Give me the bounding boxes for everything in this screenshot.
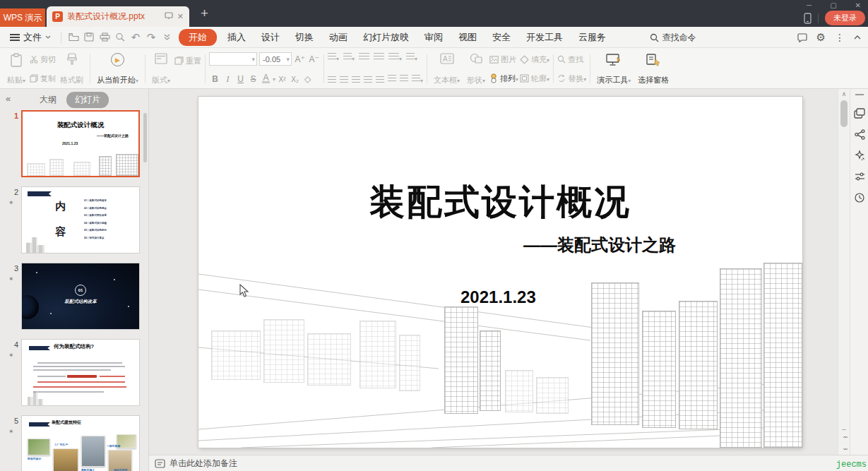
columns-button[interactable] [388, 75, 396, 85]
reset-button[interactable]: 重置 [174, 54, 201, 68]
document-tab[interactable]: P 装配式设计概况.pptx ✕ [47, 6, 189, 27]
textbox-button[interactable]: A 文本框▾ [431, 51, 463, 87]
numbering-button[interactable]: ▾ [343, 53, 355, 63]
current-slide[interactable]: 装配式设计概况 ——装配式设计之路 2021.1.23 [198, 97, 802, 448]
outline-tab[interactable]: 大纲 [40, 94, 57, 106]
nav-dash-icon[interactable]: ┄ [843, 428, 846, 432]
history-icon[interactable] [850, 187, 868, 208]
more-commands-icon[interactable] [159, 30, 174, 44]
decrease-indent-button[interactable] [359, 53, 369, 63]
underline-button[interactable]: U [234, 73, 246, 85]
slides-tab[interactable]: 幻灯片 [66, 92, 109, 108]
share-icon[interactable] [850, 124, 868, 145]
paragraph-settings-button[interactable]: ▾ [412, 75, 423, 85]
file-menu-button[interactable]: 文件 [0, 31, 57, 44]
beautify-star-icon[interactable] [850, 145, 868, 166]
clear-format-button[interactable]: ◇ [302, 73, 314, 85]
bold-button[interactable]: B [209, 73, 221, 85]
present-mode-icon[interactable] [165, 12, 173, 21]
align-left-button[interactable] [328, 76, 336, 84]
arrange-button[interactable]: 排列▾ [489, 71, 518, 85]
slide-thumbnail-3[interactable]: 01 装配式结构改革 [21, 263, 140, 330]
font-size-combo[interactable]: -0.05 ▾ [259, 52, 292, 66]
scrollbar-thumb[interactable] [840, 100, 848, 127]
font-name-combo[interactable]: ▾ [209, 52, 257, 66]
save-icon[interactable] [81, 30, 97, 44]
slide-pages-icon[interactable] [850, 102, 868, 124]
tab-design[interactable]: 设计 [254, 28, 287, 47]
increase-indent-button[interactable] [374, 53, 384, 63]
tab-transition[interactable]: 切换 [287, 28, 321, 47]
open-file-icon[interactable] [66, 30, 81, 44]
format-painter-button[interactable]: 格式刷 [57, 51, 86, 87]
shrink-font-button[interactable]: A⁻ [308, 53, 320, 66]
notes-bar[interactable]: 单击此处添加备注 [149, 455, 868, 471]
slide-thumbnail-2[interactable]: 内 容 01丨装配式结构改革 02丨装配式结构特点 03丨装配式评价体系 04丨… [21, 186, 140, 254]
grow-font-button[interactable]: A⁺ [294, 53, 306, 66]
tab-security[interactable]: 安全 [484, 28, 518, 47]
paste-button[interactable]: 粘贴▾ [4, 51, 28, 87]
slide-thumbnail-4[interactable]: 何为装配式结构? [21, 339, 140, 406]
adjust-sliders-icon[interactable] [850, 166, 868, 187]
tab-devtools[interactable]: 开发工具 [518, 28, 571, 47]
mobile-view-icon[interactable] [804, 13, 811, 24]
minimize-button[interactable]: ─ [802, 0, 816, 11]
presentation-tools-button[interactable]: 演示工具▾ [594, 51, 634, 87]
align-center-button[interactable] [340, 76, 348, 84]
tab-review[interactable]: 审阅 [417, 28, 451, 47]
tab-insert[interactable]: 插入 [220, 28, 254, 47]
previous-slide-button[interactable]: ⌃⌃ [842, 437, 845, 441]
subscript-button[interactable]: X₂ [289, 73, 301, 85]
selection-pane-button[interactable]: 选择窗格 [635, 51, 672, 87]
new-tab-button[interactable]: + [201, 6, 208, 21]
bullets-button[interactable]: ▾ [328, 53, 339, 63]
tab-animation[interactable]: 动画 [321, 28, 355, 47]
layout-button[interactable]: 版式▾ [149, 51, 173, 87]
superscript-button[interactable]: X² [276, 73, 288, 85]
align-right-button[interactable] [352, 76, 360, 84]
close-document-icon[interactable]: ✕ [177, 12, 184, 21]
find-button[interactable]: 查找 [557, 52, 586, 66]
more-options-icon[interactable]: ⋮ [835, 32, 845, 43]
shapes-button[interactable]: 形状▾ [464, 51, 488, 87]
app-home-tab[interactable]: WPS 演示 [0, 8, 45, 27]
justify-button[interactable] [364, 76, 372, 84]
slide-title[interactable]: 装配式设计概况 [198, 179, 802, 226]
undo-icon[interactable]: ↶ [128, 30, 143, 44]
cut-button[interactable]: 剪切 [30, 52, 56, 66]
maximize-button[interactable]: ▢ [826, 0, 840, 11]
print-icon[interactable] [97, 30, 112, 44]
comment-icon[interactable] [797, 33, 807, 42]
redo-icon[interactable]: ↷ [143, 30, 159, 44]
distribute-button[interactable] [376, 76, 384, 84]
close-window-button[interactable]: ✕ [851, 0, 865, 11]
strikethrough-button[interactable]: S [247, 73, 259, 85]
line-spacing-button[interactable]: ▾ [406, 53, 417, 63]
picture-button[interactable]: 图片 [489, 52, 518, 66]
tab-home[interactable]: 开始 [179, 29, 217, 46]
collapse-ribbon-icon[interactable] [854, 35, 861, 40]
text-direction-button[interactable]: ▾ [388, 53, 402, 63]
replace-button[interactable]: 替换▾ [557, 71, 586, 85]
tab-slideshow[interactable]: 幻灯片放映 [355, 28, 417, 47]
play-from-current-button[interactable]: ▶ 从当前开始▾ [94, 51, 141, 87]
scroll-up-arrow[interactable]: ∧ [838, 90, 850, 97]
login-button[interactable]: 未登录 [825, 11, 865, 25]
indent-more-button[interactable] [400, 75, 408, 85]
copy-button[interactable]: 复制 [30, 71, 56, 85]
fill-button[interactable]: 填充▾ [520, 52, 549, 66]
collapse-panel-icon[interactable]: « [6, 93, 11, 104]
outline-button[interactable]: 轮廓▾ [520, 71, 549, 85]
settings-gear-icon[interactable]: ⚙ [816, 31, 826, 44]
tab-view[interactable]: 视图 [451, 28, 484, 47]
next-slide-button[interactable]: ⌄⌄ [842, 446, 845, 451]
tab-cloud[interactable]: 云服务 [571, 28, 614, 47]
slide-subtitle[interactable]: ——装配式设计之路 [523, 234, 676, 256]
slide-thumbnail-5[interactable]: 装配式建筑特征 标准化设计 工厂化生产 装配化施工 一体化装修 信息化管理 [21, 415, 140, 471]
slide-thumbnail-1[interactable]: 装配式设计概况 ——装配式设计之路 2021.1.23 [21, 110, 140, 177]
font-color-button[interactable]: A [260, 73, 272, 85]
italic-button[interactable]: I [222, 73, 234, 85]
panel-scrollbar-thumb[interactable] [143, 113, 147, 162]
search-command[interactable]: 查找命令 [650, 32, 696, 44]
print-preview-icon[interactable] [112, 30, 128, 44]
